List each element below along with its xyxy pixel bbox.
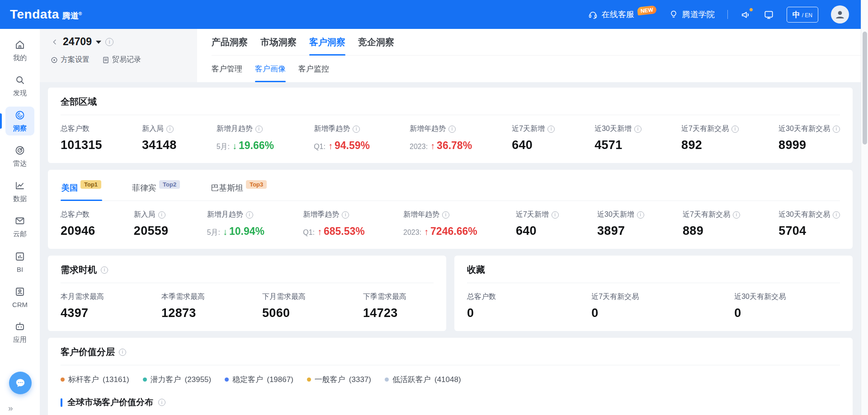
plan-selector[interactable]: 24709 <box>51 36 197 48</box>
sidebar-item-apps[interactable]: 应用 <box>5 318 34 347</box>
info-icon[interactable] <box>552 211 559 219</box>
country-tab-usa[interactable]: 美国 Top1 <box>61 179 102 201</box>
bulb-icon <box>669 10 678 19</box>
info-icon[interactable] <box>119 349 126 356</box>
legend-benchmark-customers[interactable]: 标杆客户 (13161) <box>61 374 129 385</box>
sidebar-item-mine[interactable]: 我的 <box>5 36 34 65</box>
stat-fav-deals-30d: 近30天有新交易 0 <box>734 292 786 320</box>
stat-value: 5704 <box>778 224 840 238</box>
sidebar-item-label: 应用 <box>13 336 27 344</box>
info-icon[interactable] <box>166 126 174 133</box>
info-icon[interactable] <box>448 126 456 133</box>
language-toggle[interactable]: 中 / EN <box>787 7 818 23</box>
arrow-down-icon <box>232 141 237 151</box>
sidebar-item-label: 发现 <box>13 89 27 98</box>
sidebar-item-label: 云邮 <box>13 230 27 238</box>
page-scrollbar[interactable] <box>861 0 868 415</box>
sidebar-item-bi[interactable]: BI <box>5 247 34 276</box>
topbar: Tendata 腾道® 在线客服 NEW 腾道学院 中 / EN <box>0 0 861 29</box>
sidebar-item-data[interactable]: 数据 <box>5 177 34 206</box>
sidebar-item-label: 数据 <box>13 195 27 203</box>
info-icon[interactable] <box>442 211 449 219</box>
subtab-customer-monitor[interactable]: 客户监控 <box>298 56 329 82</box>
stat-month-demand: 本月需求最高 4397 <box>61 292 104 320</box>
logo-text: Tendata <box>10 7 59 22</box>
country-card: 美国 Top1 菲律宾 Top2 巴基斯坦 Top3 总客户数 20946 <box>48 170 853 249</box>
plan-id[interactable]: 24709 <box>63 36 92 48</box>
info-icon[interactable] <box>342 211 349 219</box>
avatar[interactable] <box>831 5 849 23</box>
info-icon[interactable] <box>246 211 253 219</box>
academy-button[interactable]: 腾道学院 <box>669 9 715 20</box>
info-icon[interactable] <box>547 126 555 133</box>
subtab-customer-profile[interactable]: 客户画像 <box>255 56 286 82</box>
sidebar-item-discover[interactable]: 发现 <box>5 71 34 100</box>
tab-competitor-insight[interactable]: 竞企洞察 <box>358 29 394 55</box>
legend-general-customers[interactable]: 一般客户 (3337) <box>307 374 371 385</box>
info-icon[interactable] <box>733 211 740 219</box>
tendata-logo[interactable]: Tendata 腾道® <box>10 7 82 22</box>
info-icon[interactable] <box>634 126 642 133</box>
info-icon[interactable] <box>158 211 165 219</box>
sidebar-item-insight[interactable]: 洞察 <box>5 107 34 135</box>
stat-new-30d: 近30天新增 4571 <box>594 124 642 152</box>
topbar-divider <box>727 10 728 19</box>
sidebar-item-radar[interactable]: 雷达 <box>5 142 34 171</box>
stat-new-7d: 近7天新增 640 <box>516 210 559 238</box>
sidebar-item-crm[interactable]: CRM <box>5 283 34 312</box>
stat-monthly-trend: 新增月趋势 5月: 19.66% <box>217 124 274 152</box>
subtab-customer-management[interactable]: 客户管理 <box>212 56 242 82</box>
stat-new-deals-30d: 近30天有新交易 8999 <box>778 124 840 152</box>
legend-potential-customers[interactable]: 潜力客户 (23955) <box>143 374 212 385</box>
info-icon[interactable] <box>158 399 165 406</box>
country-tab-philippines[interactable]: 菲律宾 Top2 <box>131 179 181 201</box>
feedback-icon[interactable] <box>741 9 751 20</box>
legend-low-activity-customers[interactable]: 低活跃客户 (41048) <box>385 374 461 385</box>
stat-value: 889 <box>683 224 740 238</box>
tab-customer-insight[interactable]: 客户洞察 <box>309 29 345 55</box>
tab-product-insight[interactable]: 产品洞察 <box>212 29 248 55</box>
plan-block: 24709 方案设置 贸易记录 <box>40 29 197 82</box>
caret-down-icon[interactable] <box>96 41 101 44</box>
stat-fav-deals-7d: 近7天有新交易 0 <box>591 292 639 320</box>
tab-market-insight[interactable]: 市场洞察 <box>260 29 297 55</box>
info-icon[interactable] <box>731 126 739 133</box>
info-icon[interactable] <box>833 211 840 219</box>
info-icon[interactable] <box>353 126 360 133</box>
stat-new-deals-30d: 近30天有新交易 5704 <box>778 210 840 238</box>
radar-icon <box>14 145 25 157</box>
legend-dot <box>385 378 389 382</box>
scrollbar-thumb[interactable] <box>863 32 867 145</box>
robot-icon <box>14 321 25 333</box>
plan-settings-link[interactable]: 方案设置 <box>51 55 90 65</box>
sub-tabs: 客户管理 客户画像 客户监控 <box>212 56 861 82</box>
collapse-arrow-icon[interactable]: » <box>8 403 13 413</box>
stat-value: 34148 <box>142 138 177 152</box>
online-service-button[interactable]: 在线客服 NEW <box>588 9 656 20</box>
trade-records-link[interactable]: 贸易记录 <box>102 55 141 65</box>
back-chevron-icon[interactable] <box>51 38 59 46</box>
chat-fab[interactable] <box>9 372 32 394</box>
mail-icon <box>14 215 25 228</box>
global-value-distribution-header: 全球市场客户价值分布 <box>61 396 840 408</box>
info-icon[interactable] <box>101 266 108 274</box>
info-icon[interactable] <box>255 126 263 133</box>
customer-value-card: 客户价值分层 标杆客户 (13161) 潜力客户 (23955) 稳定客户 ( <box>48 338 853 415</box>
sidebar-item-mail[interactable]: 云邮 <box>5 212 34 241</box>
arrow-up-icon <box>328 141 333 151</box>
stat-new-deals-7d: 近7天有新交易 889 <box>683 210 740 238</box>
stat-value: 4571 <box>594 138 642 152</box>
section-title: 全球市场客户价值分布 <box>67 396 153 408</box>
arrow-down-icon <box>223 227 227 237</box>
two-column-row: 需求时机 本月需求最高 4397 本季需求最高 12873 下月需求最高 506… <box>48 256 853 331</box>
workbench-icon[interactable] <box>764 9 774 20</box>
stats-row: 总客户数 101315 新入局 34148 新增月趋势 5月: 19.66% <box>61 115 840 152</box>
legend-stable-customers[interactable]: 稳定客户 (19867) <box>225 374 293 385</box>
info-icon[interactable] <box>105 38 113 46</box>
country-tab-pakistan[interactable]: 巴基斯坦 Top3 <box>210 179 268 201</box>
headset-icon <box>588 10 598 19</box>
card-title-row: 全部区域 <box>61 96 840 115</box>
sidebar-nav: 我的 发现 洞察 雷达 数据 云邮 BI CRM <box>0 29 40 353</box>
info-icon[interactable] <box>833 126 840 133</box>
info-icon[interactable] <box>637 211 644 219</box>
